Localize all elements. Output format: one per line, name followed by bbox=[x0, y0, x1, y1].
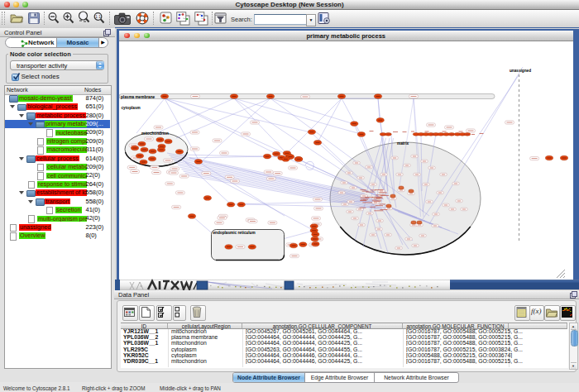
svg-text:endoplasmic reticulum: endoplasmic reticulum bbox=[213, 231, 256, 235]
svg-text:matrix: matrix bbox=[397, 141, 409, 146]
svg-text:1:1: 1:1 bbox=[95, 14, 101, 19]
svg-text:cytoplasm: cytoplasm bbox=[122, 106, 141, 110]
svg-text:unassigned: unassigned bbox=[510, 69, 531, 73]
svg-text:plasma membrane: plasma membrane bbox=[121, 95, 156, 99]
svg-text:mitochondrion: mitochondrion bbox=[141, 131, 169, 136]
